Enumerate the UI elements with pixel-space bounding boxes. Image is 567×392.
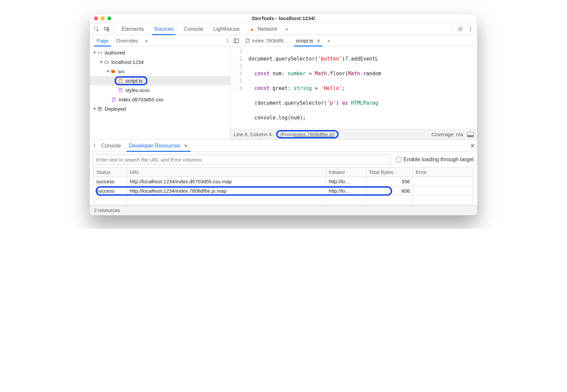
col-initiator[interactable]: Initiator xyxy=(326,168,366,177)
cloud-icon xyxy=(103,60,109,65)
tree-host[interactable]: ▼ localhost:1234 xyxy=(90,57,230,67)
toggle-navigator-icon[interactable] xyxy=(232,36,241,45)
main-tabstrip: Elements Sources Console Lighthouse ▲ Ne… xyxy=(90,23,477,35)
coverage-status: Coverage: n/a xyxy=(432,131,463,137)
line-gutter: 1 2 3 4 5 6 xyxy=(230,46,246,129)
svg-point-9 xyxy=(227,42,228,43)
drawer-statusbar: 2 resources xyxy=(90,205,477,215)
table-row[interactable]: success http://localhost:1234/index.7808… xyxy=(94,186,474,196)
minimize-window-button[interactable] xyxy=(101,16,105,20)
file-tree[interactable]: ▼ Authored ▼ localhost:1234 ▼ xyxy=(90,46,230,139)
close-drawer-icon[interactable]: ✕ xyxy=(470,142,475,150)
svg-point-8 xyxy=(227,40,228,41)
tree-authored[interactable]: ▼ Authored xyxy=(90,48,230,57)
titlebar: DevTools - localhost:1234/ xyxy=(90,14,477,23)
drawer-tab-devresources[interactable]: Developer Resources ✕ xyxy=(125,140,192,152)
tree-file-indexcss[interactable]: index.d9703d55.css xyxy=(90,95,230,104)
col-status[interactable]: Status xyxy=(94,168,127,177)
resources-table: Status URL Initiator Total Bytes Error s… xyxy=(93,167,474,205)
code-area[interactable]: document.querySelector('button')?.addEve… xyxy=(246,46,477,129)
tab-console[interactable]: Console xyxy=(179,23,208,35)
drawer: Console Developer Resources ✕ ✕ Enable l… xyxy=(90,139,477,215)
tab-sources[interactable]: Sources xyxy=(149,23,179,35)
svg-point-12 xyxy=(94,144,95,145)
editor-statusbar: Line 6, Column 4 (From index.7808df6e.js… xyxy=(230,129,477,139)
svg-point-6 xyxy=(470,30,471,31)
tree-file-script[interactable]: script.ts xyxy=(90,76,230,85)
inspect-element-icon[interactable] xyxy=(92,24,101,34)
close-window-button[interactable] xyxy=(94,16,98,20)
code-editor[interactable]: 1 2 3 4 5 6 document.querySelector('butt… xyxy=(230,46,477,129)
drawer-tab-console[interactable]: Console xyxy=(97,140,125,152)
folder-icon xyxy=(110,69,116,74)
tab-elements[interactable]: Elements xyxy=(117,23,149,35)
file-icon xyxy=(111,97,117,102)
svg-point-4 xyxy=(470,27,471,28)
settings-icon[interactable] xyxy=(456,24,465,34)
filetab-script[interactable]: script.ts ✕ xyxy=(293,35,324,46)
more-tabs-button[interactable]: » xyxy=(282,26,291,32)
sourcemap-origin[interactable]: (From index.7808df6e.js) xyxy=(276,130,339,138)
close-icon[interactable]: ✕ xyxy=(184,143,188,149)
tab-lighthouse[interactable]: Lighthouse xyxy=(209,23,244,35)
tree-deployed[interactable]: ▼ Deployed xyxy=(90,104,230,113)
sidebar-menu-icon[interactable] xyxy=(225,38,230,43)
overrides-tab[interactable]: Overrides xyxy=(112,35,142,46)
close-icon[interactable]: ✕ xyxy=(317,38,321,43)
table-row[interactable]: success http://localhost:1234/index.d970… xyxy=(94,177,474,186)
svg-point-13 xyxy=(94,145,95,146)
col-url[interactable]: URL xyxy=(127,168,326,177)
drawer-menu-icon[interactable] xyxy=(92,143,97,149)
col-error[interactable]: Error xyxy=(413,168,473,177)
editor-panel: index.7808df6… script.ts ✕ » 1 2 3 4 5 6… xyxy=(230,35,477,139)
filetab-index[interactable]: index.7808df6… xyxy=(242,35,292,46)
file-icon xyxy=(117,88,123,93)
svg-point-7 xyxy=(227,39,228,40)
more-filetabs[interactable]: » xyxy=(325,38,333,44)
more-sidebar-tabs[interactable]: » xyxy=(142,38,150,44)
col-bytes[interactable]: Total Bytes xyxy=(366,168,413,177)
file-icon xyxy=(117,78,123,83)
tree-file-styles[interactable]: styles.scss xyxy=(90,85,230,95)
table-row xyxy=(94,196,474,205)
devtools-window: DevTools - localhost:1234/ Elements Sour… xyxy=(90,13,477,215)
cursor-position: Line 6, Column 4 xyxy=(234,131,271,137)
deployed-icon xyxy=(97,106,103,111)
device-toolbar-icon[interactable] xyxy=(102,24,111,34)
svg-rect-10 xyxy=(234,39,239,43)
page-tab[interactable]: Page xyxy=(93,35,112,46)
file-tabstrip: index.7808df6… script.ts ✕ » xyxy=(230,35,477,46)
svg-point-14 xyxy=(94,147,95,148)
svg-point-3 xyxy=(460,28,461,30)
toggle-drawer-icon[interactable] xyxy=(467,132,474,137)
tab-network[interactable]: ▲ Network xyxy=(245,23,282,35)
tree-folder-src[interactable]: ▼ src xyxy=(90,67,230,76)
kebab-menu-icon[interactable] xyxy=(466,24,475,34)
svg-point-5 xyxy=(470,28,471,29)
warning-icon: ▲ xyxy=(249,26,254,32)
enable-target-checkbox[interactable]: Enable loading through target xyxy=(396,157,474,163)
zoom-window-button[interactable] xyxy=(107,16,111,20)
file-icon xyxy=(245,38,250,43)
authored-icon xyxy=(97,50,103,55)
navigator-panel: Page Overrides » ▼ Authored ▼ xyxy=(90,35,230,139)
window-title: DevTools - localhost:1234/ xyxy=(90,15,477,21)
search-input[interactable] xyxy=(93,155,391,165)
